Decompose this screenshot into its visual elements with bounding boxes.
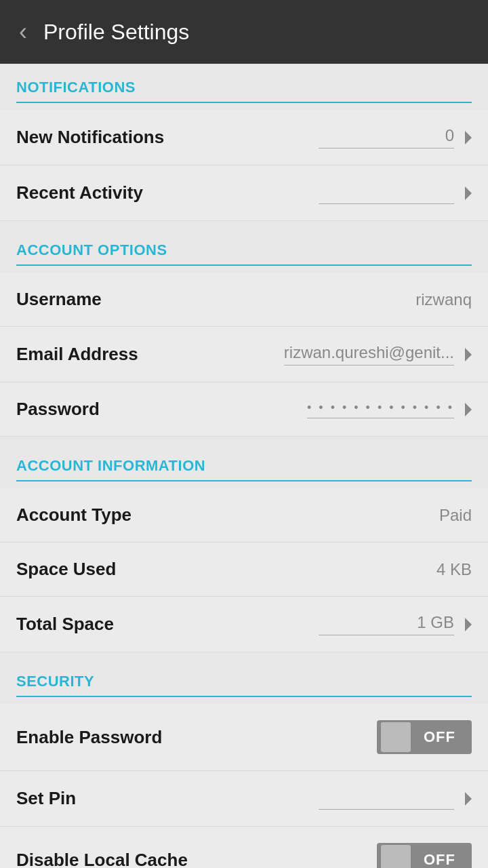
row-total-space[interactable]: Total Space 1 GB — [0, 597, 488, 652]
content: NOTIFICATIONS New Notifications 0 Recent… — [0, 64, 488, 868]
row-recent-activity[interactable]: Recent Activity — [0, 165, 488, 221]
value-account-type: Paid — [439, 506, 472, 525]
label-username: Username — [16, 289, 102, 310]
section-account-info-header: ACCOUNT INFORMATION — [0, 442, 488, 488]
label-account-type: Account Type — [16, 505, 131, 526]
value-set-pin — [319, 787, 472, 810]
section-account-options-title: ACCOUNT OPTIONS — [16, 241, 472, 259]
value-new-notifications: 0 — [319, 126, 472, 149]
row-account-type[interactable]: Account Type Paid — [0, 488, 488, 542]
chevron-icon — [465, 792, 472, 806]
row-email-address[interactable]: Email Address rizwan.qureshi@genit... — [0, 327, 488, 382]
page-title: Profile Settings — [43, 20, 189, 45]
label-set-pin: Set Pin — [16, 788, 76, 809]
section-security-title: SECURITY — [16, 673, 472, 690]
back-button[interactable]: ‹ — [14, 14, 33, 50]
label-email-address: Email Address — [16, 344, 138, 365]
section-divider — [16, 696, 472, 697]
label-space-used: Space Used — [16, 559, 116, 580]
chevron-icon — [465, 348, 472, 361]
label-password: Password — [16, 399, 100, 420]
chevron-icon — [465, 131, 472, 144]
label-new-notifications: New Notifications — [16, 127, 164, 148]
value-email-address: rizwan.qureshi@genit... — [284, 343, 472, 366]
label-recent-activity: Recent Activity — [16, 182, 143, 203]
label-total-space: Total Space — [16, 614, 114, 635]
row-enable-password[interactable]: Enable Password OFF — [0, 704, 488, 771]
label-enable-password: Enable Password — [16, 727, 162, 748]
row-space-used[interactable]: Space Used 4 KB — [0, 542, 488, 597]
row-disable-local-cache[interactable]: Disable Local Cache OFF — [0, 827, 488, 868]
section-notifications-title: NOTIFICATIONS — [16, 79, 472, 96]
section-notifications-header: NOTIFICATIONS — [0, 64, 488, 110]
header: ‹ Profile Settings — [0, 0, 488, 64]
chevron-icon — [465, 618, 472, 631]
toggle-disable-local-cache[interactable]: OFF — [377, 843, 472, 868]
row-new-notifications[interactable]: New Notifications 0 — [0, 110, 488, 165]
row-password[interactable]: Password • • • • • • • • • • • • • — [0, 382, 488, 437]
section-security-header: SECURITY — [0, 658, 488, 704]
chevron-icon — [465, 403, 472, 416]
value-space-used: 4 KB — [436, 560, 472, 579]
row-username[interactable]: Username rizwanq — [0, 273, 488, 327]
row-set-pin[interactable]: Set Pin — [0, 771, 488, 827]
label-disable-local-cache: Disable Local Cache — [16, 850, 188, 869]
section-account-info-title: ACCOUNT INFORMATION — [16, 457, 472, 475]
value-password: • • • • • • • • • • • • • — [307, 401, 472, 418]
toggle-enable-password[interactable]: OFF — [377, 720, 472, 754]
section-account-options-header: ACCOUNT OPTIONS — [0, 226, 488, 273]
value-total-space: 1 GB — [319, 613, 472, 635]
section-divider — [16, 102, 472, 103]
section-divider — [16, 480, 472, 481]
value-recent-activity — [319, 182, 472, 204]
chevron-icon — [465, 186, 472, 200]
value-username: rizwanq — [415, 290, 472, 309]
section-divider — [16, 264, 472, 266]
